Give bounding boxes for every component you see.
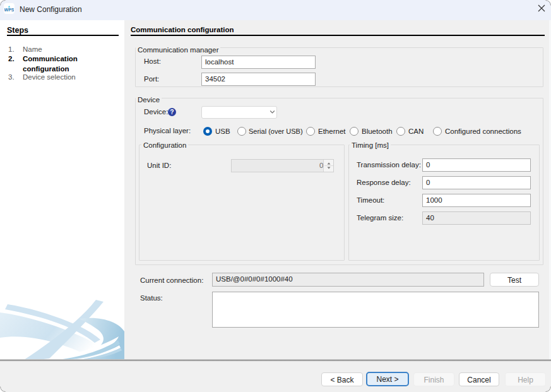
svg-text:WPS: WPS [4, 8, 14, 12]
svg-text:?: ? [170, 109, 174, 116]
